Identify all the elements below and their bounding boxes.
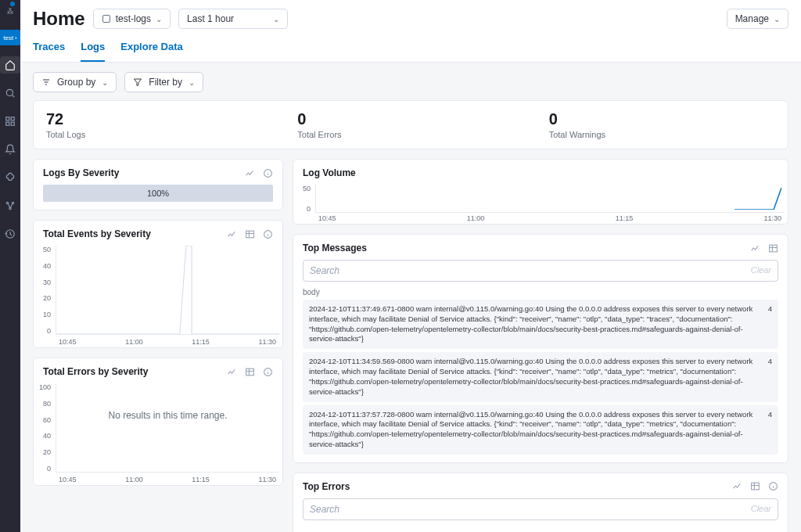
errors-search: Clear xyxy=(303,498,778,520)
page-tabs: Traces Logs Explore Data xyxy=(20,34,801,63)
table-icon[interactable] xyxy=(245,367,255,377)
filter-by-button[interactable]: Filter by ⌄ xyxy=(124,72,203,92)
nav-history-icon[interactable] xyxy=(0,225,20,243)
svg-rect-15 xyxy=(752,483,760,490)
svg-rect-8 xyxy=(102,16,110,23)
messages-list: 2024-12-10T11:37:49.671-0800 warn intern… xyxy=(293,300,788,462)
tab-logs[interactable]: Logs xyxy=(81,34,105,62)
panel-title: Total Errors by Severity xyxy=(43,366,149,377)
panel-title: Top Messages xyxy=(303,243,367,253)
group-by-label: Group by xyxy=(57,77,95,88)
source-selector-label: test-logs xyxy=(116,13,151,24)
table-icon[interactable] xyxy=(768,243,778,253)
kpi-total-errors: 0 Total Errors xyxy=(285,101,536,149)
nav-ml-icon[interactable] xyxy=(0,169,20,186)
empty-state: No results in this time range. xyxy=(56,383,279,448)
svg-rect-14 xyxy=(770,245,778,252)
table-icon[interactable] xyxy=(245,229,255,239)
filter-toolbar: Group by ⌄ Filter by ⌄ xyxy=(20,63,801,100)
tab-traces[interactable]: Traces xyxy=(33,34,65,62)
panel-title: Logs By Severity xyxy=(43,167,119,178)
search-input[interactable] xyxy=(304,261,745,281)
tab-explore-data[interactable]: Explore Data xyxy=(120,34,182,62)
line-chart-icon[interactable] xyxy=(750,243,760,253)
line-chart-icon[interactable] xyxy=(227,229,237,239)
message-body: 2024-12-10T11:34:59.569-0800 warn intern… xyxy=(309,357,755,397)
panel-title: Log Volume xyxy=(303,167,356,178)
time-range-label: Last 1 hour xyxy=(187,13,234,24)
svg-rect-1 xyxy=(6,117,9,120)
panel-logs-by-severity: Logs By Severity 100% xyxy=(33,159,283,210)
line-chart-icon[interactable] xyxy=(245,168,255,178)
message-row[interactable]: 2024-12-10T11:37:49.671-0800 warn intern… xyxy=(303,300,778,349)
manage-button[interactable]: Manage ⌄ xyxy=(727,9,788,29)
events-chart: 50 40 30 20 10 0 10:45 xyxy=(34,246,282,347)
table-icon[interactable] xyxy=(750,481,760,491)
kpi-panel: 72 Total Logs 0 Total Errors 0 Total War… xyxy=(33,100,788,149)
panel-title: Top Errors xyxy=(303,481,350,492)
svg-point-7 xyxy=(9,207,11,209)
svg-point-5 xyxy=(6,202,8,203)
message-row[interactable]: 2024-12-10T11:37:57.728-0800 warn intern… xyxy=(303,405,778,455)
svg-rect-3 xyxy=(6,122,9,125)
message-count: 4 xyxy=(763,410,772,450)
line-chart-icon[interactable] xyxy=(732,481,742,491)
chevron-down-icon: ⌄ xyxy=(189,78,195,87)
svg-rect-12 xyxy=(246,368,254,376)
nav-home-icon[interactable] xyxy=(0,56,20,74)
kpi-label: Total Logs xyxy=(46,130,272,139)
source-selector[interactable]: test-logs ⌄ xyxy=(93,9,171,29)
svg-rect-2 xyxy=(11,117,14,120)
message-body: 2024-12-10T11:37:57.728-0800 warn intern… xyxy=(309,410,755,450)
nav-alerts-icon[interactable] xyxy=(0,141,20,158)
message-row[interactable]: 2024-12-10T11:34:59.569-0800 warn intern… xyxy=(303,352,778,401)
search-input[interactable] xyxy=(304,499,745,519)
page-header: Home test-logs ⌄ Last 1 hour ⌄ Manage ⌄ xyxy=(20,0,801,34)
svg-point-6 xyxy=(12,202,13,203)
left-nav-rail: ⁂ test xyxy=(0,0,20,532)
info-icon[interactable] xyxy=(263,229,273,239)
workspace-tab[interactable]: test xyxy=(0,30,20,45)
clear-button[interactable]: Clear xyxy=(745,499,778,519)
kpi-label: Total Errors xyxy=(297,130,523,139)
svg-rect-4 xyxy=(11,122,14,125)
panel-top-errors: Top Errors Clear No results in this tim xyxy=(293,473,788,532)
nav-dashboards-icon[interactable] xyxy=(0,113,20,130)
message-count: 4 xyxy=(763,357,772,397)
line-chart-icon[interactable] xyxy=(227,367,237,377)
svg-rect-10 xyxy=(246,231,254,238)
col-header-body: body xyxy=(293,288,788,300)
page-title: Home xyxy=(33,8,85,30)
panel-title: Total Events by Severity xyxy=(43,228,151,239)
clear-button[interactable]: Clear xyxy=(745,261,778,281)
chevron-down-icon: ⌄ xyxy=(156,15,162,23)
errors-chart: 100 80 60 40 20 0 No results in this tim… xyxy=(34,383,282,485)
nav-graph-icon[interactable] xyxy=(0,197,20,214)
filter-by-label: Filter by xyxy=(149,77,182,88)
chevron-down-icon: ⌄ xyxy=(102,78,108,87)
messages-search: Clear xyxy=(303,260,778,282)
info-icon[interactable] xyxy=(768,481,778,491)
info-icon[interactable] xyxy=(263,367,273,377)
message-count: 4 xyxy=(763,304,772,344)
empty-state: No results in this time range. xyxy=(293,527,788,532)
volume-chart: 50 0 10:45 11:00 11:15 11:30 xyxy=(293,185,788,224)
manage-label: Manage xyxy=(735,13,769,24)
kpi-total-warnings: 0 Total Warnings xyxy=(537,101,788,149)
kpi-label: Total Warnings xyxy=(549,130,775,139)
time-range-selector[interactable]: Last 1 hour ⌄ xyxy=(178,9,288,29)
chevron-down-icon: ⌄ xyxy=(273,15,279,23)
app-logo: ⁂ xyxy=(7,3,13,19)
nav-search-icon[interactable] xyxy=(0,84,20,102)
group-by-button[interactable]: Group by ⌄ xyxy=(33,72,117,92)
chevron-down-icon: ⌄ xyxy=(774,15,780,23)
panel-errors-by-severity: Total Errors by Severity 100 80 xyxy=(33,358,283,486)
panel-top-messages: Top Messages Clear body xyxy=(293,234,788,463)
panel-log-volume: Log Volume 50 0 10:45 xyxy=(293,159,788,225)
info-icon[interactable] xyxy=(263,168,273,178)
severity-bar: 100% xyxy=(43,185,273,202)
kpi-value: 72 xyxy=(46,110,272,128)
kpi-value: 0 xyxy=(297,110,523,128)
message-body: 2024-12-10T11:37:49.671-0800 warn intern… xyxy=(309,304,755,344)
kpi-total-logs: 72 Total Logs xyxy=(34,101,285,149)
